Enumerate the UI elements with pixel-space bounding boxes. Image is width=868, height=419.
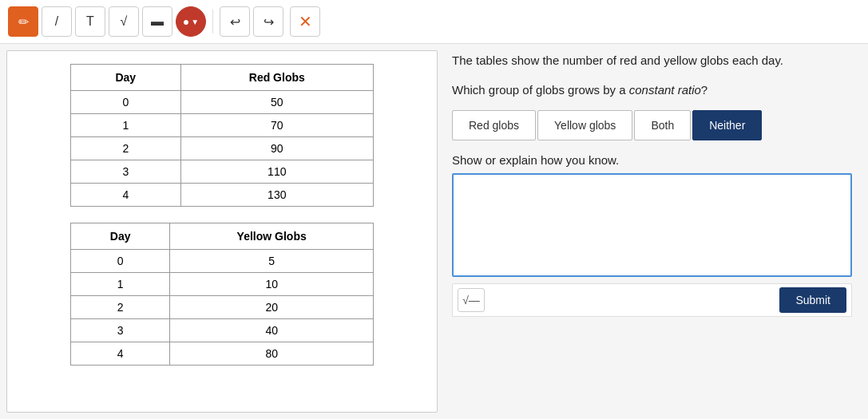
red-table-value-header: Red Globs: [180, 65, 373, 91]
pencil-icon: ✏: [18, 14, 29, 30]
undo-icon: ↩: [230, 14, 240, 30]
yellow-table-day-header: Day: [71, 223, 170, 250]
table-row: 4130: [71, 184, 374, 207]
submit-button[interactable]: Submit: [779, 287, 846, 313]
highlight-button[interactable]: ▬: [142, 6, 172, 37]
left-panel: Day Red Globs 05017029031104130 Day Yell…: [6, 50, 438, 413]
day-cell: 0: [71, 250, 170, 273]
table-row: 340: [71, 319, 374, 342]
red-globs-table: Day Red Globs 05017029031104130: [70, 64, 374, 207]
answer-both[interactable]: Both: [634, 110, 691, 140]
answer-yellow-globs[interactable]: Yellow globs: [537, 110, 632, 140]
yellow-globs-table: Day Yellow Globs 05110220340480: [70, 223, 374, 366]
pencil-button[interactable]: ✏: [8, 6, 38, 37]
text-icon: T: [86, 14, 94, 29]
table-row: 220: [71, 296, 374, 319]
question-text: Which group of globs grows by a constant…: [452, 81, 852, 100]
line-icon: /: [55, 14, 58, 29]
toolbar: ✏ / T √ ▬ ● ▼ ↩ ↪ ✕: [0, 0, 868, 44]
math-input-button[interactable]: √—: [458, 288, 485, 312]
undo-button[interactable]: ↩: [220, 6, 250, 37]
table-row: 3110: [71, 160, 374, 184]
dropdown-arrow-icon: ▼: [191, 18, 199, 26]
color-button[interactable]: ● ▼: [176, 6, 206, 37]
line-button[interactable]: /: [42, 6, 72, 37]
day-cell: 0: [71, 91, 181, 114]
day-cell: 3: [71, 319, 170, 342]
value-cell: 130: [180, 184, 373, 207]
value-cell: 5: [170, 250, 374, 273]
table-row: 170: [71, 114, 374, 137]
day-cell: 4: [71, 184, 181, 207]
undo-redo-group: ↩ ↪: [220, 6, 283, 37]
color-icon: ●: [183, 15, 189, 28]
close-button[interactable]: ✕: [290, 6, 320, 37]
day-cell: 3: [71, 160, 181, 184]
explain-textarea[interactable]: [452, 173, 852, 277]
answer-neither[interactable]: Neither: [692, 110, 762, 140]
yellow-table-value-header: Yellow Globs: [170, 223, 374, 250]
math-sqrt-icon: √—: [462, 294, 480, 306]
red-table-day-header: Day: [71, 65, 181, 91]
value-cell: 10: [170, 273, 374, 296]
submit-row: √— Submit: [452, 283, 852, 317]
day-cell: 2: [71, 296, 170, 319]
toolbar-divider: [212, 10, 213, 34]
answer-buttons-group: Red globs Yellow globs Both Neither: [452, 110, 852, 140]
day-cell: 2: [71, 137, 181, 160]
table-row: 110: [71, 273, 374, 296]
day-cell: 1: [71, 273, 170, 296]
explain-label: Show or explain how you know.: [452, 153, 852, 167]
table-row: 050: [71, 91, 374, 114]
redo-icon: ↪: [264, 14, 274, 30]
problem-description: The tables show the number of red and ye…: [452, 52, 852, 70]
table-row: 290: [71, 137, 374, 160]
table-row: 05: [71, 250, 374, 273]
text-button[interactable]: T: [75, 6, 105, 37]
right-panel: The tables show the number of red and ye…: [444, 44, 868, 419]
value-cell: 110: [180, 160, 373, 184]
value-cell: 50: [180, 91, 373, 114]
table-row: 480: [71, 342, 374, 366]
value-cell: 20: [170, 296, 374, 319]
redo-button[interactable]: ↪: [253, 6, 283, 37]
highlight-icon: ▬: [151, 14, 164, 29]
answer-red-globs[interactable]: Red globs: [452, 110, 536, 140]
value-cell: 90: [180, 137, 373, 160]
value-cell: 70: [180, 114, 373, 137]
sqrt-button[interactable]: √: [109, 6, 139, 37]
main-content: Day Red Globs 05017029031104130 Day Yell…: [0, 44, 868, 419]
day-cell: 1: [71, 114, 181, 137]
value-cell: 80: [170, 342, 374, 366]
sqrt-icon: √: [121, 14, 128, 29]
close-icon: ✕: [299, 12, 312, 31]
value-cell: 40: [170, 319, 374, 342]
day-cell: 4: [71, 342, 170, 366]
